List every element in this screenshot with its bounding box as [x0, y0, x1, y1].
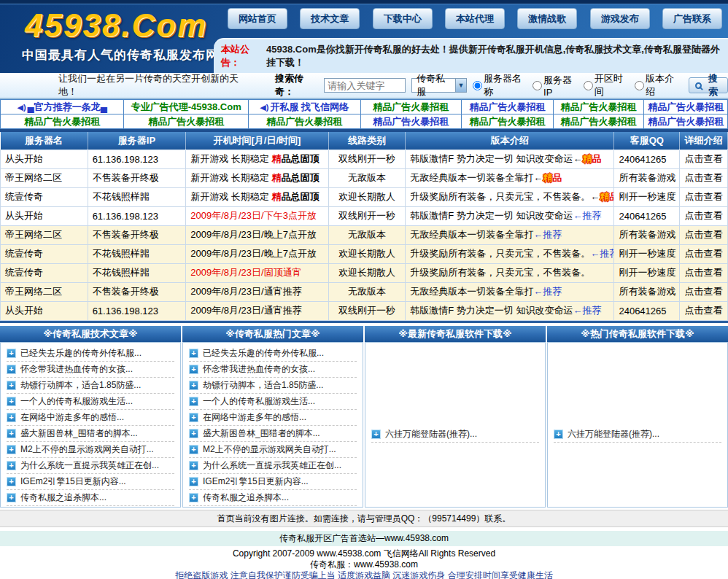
ad-link[interactable]: 精品广告火暴招租 [554, 114, 645, 128]
category-select[interactable]: 传奇私服 ▼ [411, 78, 467, 93]
plus-icon: + [189, 413, 198, 422]
detail-link[interactable]: 点击查看 [680, 263, 728, 282]
list-item-label: 盛大新困兽林_围猎者的脚本... [203, 427, 320, 440]
search-type-radio[interactable] [635, 81, 644, 90]
list-item[interactable]: +IGEm2引擎15日更新内容... [189, 474, 357, 490]
search-type-option[interactable]: 服务器IP [533, 74, 576, 98]
open-time-badge: 精品总固顶 [271, 172, 319, 183]
detail-link[interactable]: 点击查看 [680, 168, 728, 187]
search-type-option[interactable]: 版本介绍 [635, 72, 678, 98]
section-bars: ※传奇私服技术文章※※传奇私服热门文章※※最新传奇私服软件下载※※热门传奇私服软… [0, 326, 728, 342]
search-type-radio[interactable] [473, 81, 482, 90]
server-ip: 61.136.198.123 [88, 149, 186, 168]
chevron-down-icon[interactable]: ▼ [455, 79, 466, 92]
list-item[interactable]: +在网络中游走多年的感悟... [7, 410, 174, 426]
nav-button[interactable]: 网站首页 [228, 8, 287, 29]
detail-link[interactable]: 点击查看 [680, 301, 728, 320]
list-item[interactable]: +劫镖行动脚本，适合1.85防盛... [7, 378, 174, 394]
table-bottom-border [0, 321, 728, 323]
plus-icon: + [189, 445, 198, 454]
ad-link[interactable]: 精品广告火暴招租 [124, 114, 248, 128]
detail-link[interactable]: 点击查看 [680, 206, 728, 225]
ad-link[interactable]: 精品广告火暴招租 [462, 99, 554, 114]
ad-link[interactable]: 精品广告火暴招租 [554, 99, 645, 114]
server-name[interactable]: 从头开始 [1, 206, 88, 225]
search-type-radio[interactable] [584, 81, 593, 90]
plus-icon: + [189, 349, 198, 358]
copyright-line: Copyright 2007-2009 www.45938.com 飞信网络Al… [0, 548, 728, 559]
open-time: 2009年/8月/23日/通宵推荐 [186, 282, 328, 301]
server-name[interactable]: 统壹传奇 [1, 244, 88, 263]
tuijian-tag: ←推荐 [533, 229, 562, 240]
server-name[interactable]: 从头开始 [1, 301, 88, 320]
ad-link[interactable]: 精品广告火暴招租 [462, 114, 554, 128]
plus-icon: + [7, 461, 16, 470]
section-header[interactable]: ※传奇私服热门文章※ [182, 326, 363, 342]
nav-button[interactable]: 广告联系 [662, 8, 722, 29]
list-item[interactable]: +已经失去乐趣的传奇外传私服... [189, 346, 357, 362]
list-item[interactable]: +怀念带我进热血传奇的女孩... [7, 362, 174, 378]
server-ip: 不花钱照样嘂 [88, 244, 186, 263]
nav-button[interactable]: 技术文章 [300, 8, 360, 29]
list-item[interactable]: +传奇私服之追杀脚本... [7, 490, 174, 506]
ad-link[interactable]: ◀)开私服 找飞信网络 [249, 99, 361, 114]
list-item[interactable]: +劫镖行动脚本，适合1.85防盛... [189, 378, 357, 394]
server-name[interactable]: 统壹传奇 [1, 263, 88, 282]
nav-button[interactable]: 下载中心 [373, 8, 433, 29]
search-button-label: 搜索 [705, 72, 721, 98]
list-item[interactable]: +在网络中游走多年的感悟... [189, 410, 357, 426]
ad-link[interactable]: 精品广告火暴招租 [361, 114, 462, 128]
search-type-radio[interactable] [533, 81, 542, 90]
list-item[interactable]: +为什么系统一直提示我英雄正在创... [7, 458, 174, 474]
list-item[interactable]: +M2上不停的显示游戏网关自动打... [189, 442, 357, 458]
list-item[interactable]: +怀念带我进热血传奇的女孩... [189, 362, 357, 378]
server-name[interactable]: 帝王网络二区 [1, 168, 88, 187]
server-name[interactable]: 从头开始 [1, 149, 88, 168]
detail-link[interactable]: 点击查看 [680, 244, 728, 263]
search-type-option[interactable]: 开区时间 [584, 72, 627, 98]
site-logo[interactable]: 45938.Com [25, 7, 207, 44]
server-name[interactable]: 统壹传奇 [1, 187, 88, 206]
list-item-label: 已经失去乐趣的传奇外传私服... [20, 347, 142, 360]
ad-link[interactable]: 专业广告代理-45938.Com [124, 99, 248, 114]
list-item[interactable]: +IGEm2引擎15日更新内容... [7, 474, 174, 490]
section-header[interactable]: ※传奇私服技术文章※ [0, 326, 181, 342]
list-item[interactable]: +盛大新困兽林_围猎者的脚本... [7, 426, 174, 442]
line-type: 无敌版本 [328, 282, 406, 301]
plus-icon: + [189, 381, 198, 390]
ad-link-label: 精品广告火暴招租 [469, 101, 545, 112]
detail-link[interactable]: 点击查看 [680, 225, 728, 244]
list-item[interactable]: +六挂万能登陆器(推荐)... [554, 427, 721, 443]
ad-link[interactable]: ◀)▄官方推荐一条龙▄ [1, 99, 124, 114]
ad-link[interactable]: 精品广告火暴招租 [249, 114, 361, 128]
section-header[interactable]: ※最新传奇私服软件下载※ [365, 326, 546, 342]
search-label: 搜索传奇： [275, 72, 318, 98]
section-header[interactable]: ※热门传奇私服软件下载※ [547, 326, 728, 342]
list-item[interactable]: +盛大新困兽林_围猎者的脚本... [189, 426, 357, 442]
nav-button[interactable]: 激情战歌 [517, 8, 577, 29]
version-info: 升级奖励所有装备，只卖元宝，不售装备。←精品 [406, 187, 614, 206]
detail-link[interactable]: 点击查看 [680, 282, 728, 301]
ad-link[interactable]: 精品广告火暴招租 [361, 99, 462, 114]
list-item[interactable]: +M2上不停的显示游戏网关自动打... [7, 442, 174, 458]
server-table-body: 从头开始61.136.198.123新开游戏 长期稳定 精品总固顶双线刚开一秒韩… [1, 149, 728, 320]
ad-link[interactable]: 精品广告火暴招租 [1, 114, 124, 128]
detail-link[interactable]: 点击查看 [680, 149, 728, 168]
search-button[interactable]: 搜索 [689, 77, 728, 93]
list-item[interactable]: +传奇私服之追杀脚本... [189, 490, 357, 506]
server-name[interactable]: 帝王网络二区 [1, 225, 88, 244]
list-item[interactable]: +已经失去乐趣的传奇外传私服... [7, 346, 174, 362]
server-name[interactable]: 帝王网络二区 [1, 282, 88, 301]
table-row: 从头开始61.136.198.123新开游戏 长期稳定 精品总固顶双线刚开一秒韩… [1, 149, 728, 168]
ad-link[interactable]: 精品广告火暴招租 [644, 99, 728, 114]
search-input[interactable] [324, 78, 406, 93]
nav-button[interactable]: 游戏发布 [590, 8, 650, 29]
list-item[interactable]: +六挂万能登陆器(推荐)... [371, 427, 539, 443]
ad-link[interactable]: 精品广告火暴招租 [644, 114, 728, 128]
nav-button[interactable]: 本站代理 [445, 8, 505, 29]
detail-link[interactable]: 点击查看 [680, 187, 728, 206]
list-item[interactable]: +一个人的传奇私服游戏生活... [7, 394, 174, 410]
list-item[interactable]: +一个人的传奇私服游戏生活... [189, 394, 357, 410]
list-item[interactable]: +为什么系统一直提示我英雄正在创... [189, 458, 357, 474]
search-type-option[interactable]: 服务器名称 [473, 72, 525, 98]
